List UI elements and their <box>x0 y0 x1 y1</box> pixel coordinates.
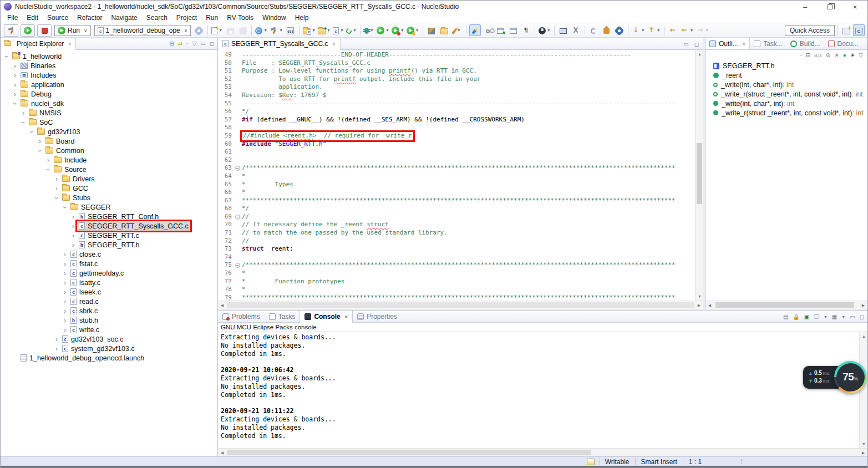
expanded-chevron-icon[interactable]: › <box>44 166 52 174</box>
collapsed-chevron-icon[interactable]: › <box>53 345 60 353</box>
fold-collapse-icon[interactable]: – <box>235 263 240 268</box>
tree-item-gd32vf103[interactable]: ›gd32vf103 <box>1 127 217 136</box>
tree-item-body[interactable]: hstub.h <box>69 316 100 325</box>
tree-item-segger-rtt-c[interactable]: ›cSEGGER_RTT.c <box>1 231 217 240</box>
chevron-down-icon[interactable]: ▼ <box>657 28 661 32</box>
chevron-down-icon[interactable]: ▼ <box>415 28 419 32</box>
close-icon[interactable]: × <box>742 40 745 47</box>
scroll-left-icon[interactable]: ◀ <box>218 301 226 309</box>
collapsed-chevron-icon[interactable]: › <box>61 251 69 258</box>
expanded-chevron-icon[interactable]: › <box>36 147 44 155</box>
editor-vertical-scrollbar[interactable]: ▲ ▼ <box>695 50 703 301</box>
code-line-67[interactable]: 67**************************************… <box>218 197 695 205</box>
maximize-icon[interactable]: ◻ <box>694 41 699 47</box>
tree-item-body[interactable]: hSEGGER_RTT_Conf.h <box>77 212 160 221</box>
new-pack-button[interactable]: ▼ <box>451 24 463 36</box>
tree-item-nmsis[interactable]: ›NMSIS <box>1 108 217 118</box>
code-line-53[interactable]: 53 application. <box>218 83 695 91</box>
editor-horizontal-scrollbar[interactable]: ◀ ▶ <box>218 301 703 309</box>
tree-item-body[interactable]: cSEGGER_RTT.c <box>77 231 141 240</box>
tree-item-body[interactable]: Common <box>44 146 86 155</box>
minimize-icon[interactable]: ▭ <box>683 41 688 47</box>
chevron-down-icon[interactable]: ▼ <box>353 28 357 32</box>
tree-item-body[interactable]: Debug <box>19 89 53 99</box>
scroll-down-icon[interactable]: ▼ <box>696 292 704 301</box>
hide-static-icon[interactable]: ✕ <box>834 52 839 58</box>
chevron-down-icon[interactable]: ▼ <box>340 28 344 32</box>
tree-item-body[interactable]: SEGGER <box>69 202 113 212</box>
code-line-76[interactable]: 76* <box>218 269 695 278</box>
code-line-68[interactable]: 68*/ <box>218 205 695 213</box>
new-c-project-button[interactable]: ▼ <box>302 24 316 36</box>
flash-download-button[interactable]: ▼ <box>255 24 268 36</box>
tree-item-1-helloworld-debug-openocd-launch[interactable]: 1_helloworld_debug_openocd.launch <box>1 353 217 363</box>
last-edit-location-button[interactable]: ← <box>667 24 679 36</box>
tree-item-include[interactable]: ›Include <box>1 155 217 165</box>
memory-percent-ring[interactable]: 75% <box>834 361 866 393</box>
restore-wizard-button[interactable] <box>588 24 600 36</box>
tree-item-body[interactable]: cSEGGER_RTT_Syscalls_GCC.c <box>77 221 190 231</box>
tree-item-body[interactable]: cclose.c <box>69 250 103 259</box>
menu-edit[interactable]: Edit <box>22 13 43 22</box>
code-line-74[interactable]: 74 <box>218 253 695 262</box>
code-line-56[interactable]: 56*/ <box>218 108 695 116</box>
open-folder-button[interactable] <box>439 24 450 36</box>
sort-icon[interactable]: a↓z <box>814 52 822 58</box>
collapsed-chevron-icon[interactable]: › <box>69 213 77 221</box>
show-whitespace-button[interactable]: ¶ <box>520 24 532 36</box>
minimize-window-button[interactable]: – <box>793 1 818 13</box>
binary-utilities-button[interactable]: 010 <box>285 24 296 36</box>
tree-item-nuclei-sdk[interactable]: ›nuclei_sdk <box>1 99 217 108</box>
collapsed-chevron-icon[interactable]: › <box>61 326 69 334</box>
outline-item[interactable]: _write_r(struct _reent*, int, const void… <box>705 89 867 99</box>
tree-item-application[interactable]: ›application <box>1 80 217 89</box>
code-line-54[interactable]: 54Revision: $Rev: 17697 $ <box>218 91 695 100</box>
scrollbar-thumb[interactable] <box>697 143 702 204</box>
code-editor[interactable]: 49---------------------------END-OF-HEAD… <box>218 50 695 301</box>
outline-item[interactable]: _write_r(struct _reent*, int, const void… <box>705 108 867 118</box>
expanded-chevron-icon[interactable]: › <box>28 128 35 136</box>
tree-item-includes[interactable]: ›≡Includes <box>1 70 217 80</box>
chevron-down-icon[interactable]: ▼ <box>641 28 645 32</box>
tree-item-common[interactable]: ›Common <box>1 146 217 155</box>
collapsed-chevron-icon[interactable]: › <box>61 279 69 287</box>
code-line-73[interactable]: 73struct _reent; <box>218 245 695 253</box>
collapsed-chevron-icon[interactable]: › <box>19 109 27 117</box>
profile-button[interactable]: ▼ <box>391 24 405 36</box>
console-horizontal-scrollbar[interactable]: ◀ ▶ <box>218 448 867 456</box>
tree-item-body[interactable]: Drivers <box>60 174 97 184</box>
code-line-75[interactable]: 75–/************************************… <box>218 261 695 269</box>
close-icon[interactable]: × <box>332 40 336 47</box>
code-line-51[interactable]: 51Purpose : Low-level functions for usin… <box>218 67 695 75</box>
code-line-79[interactable]: 79**************************************… <box>218 294 695 301</box>
build-button[interactable] <box>4 24 18 37</box>
toggle-instruction-button[interactable] <box>482 24 494 36</box>
collapsed-chevron-icon[interactable]: › <box>61 260 69 268</box>
previous-annotation-button[interactable]: ↑▼ <box>647 24 661 36</box>
collapsed-chevron-icon[interactable]: › <box>11 90 19 98</box>
collapsed-chevron-icon[interactable]: › <box>11 81 19 89</box>
menu-search[interactable]: Search <box>142 13 172 22</box>
expanded-chevron-icon[interactable]: › <box>53 194 60 202</box>
collapse-all-icon[interactable]: ⊟ <box>806 52 810 58</box>
outline-item[interactable]: _write(int, char*, int) : int <box>705 80 867 89</box>
chevron-down-icon[interactable]: ▼ <box>370 28 374 32</box>
open-perspective-button[interactable] <box>840 24 852 36</box>
tab-build[interactable]: Build... <box>786 38 824 50</box>
tree-item-stub-h[interactable]: ›hstub.h <box>1 316 217 325</box>
hide-fields-icon[interactable]: ⊘ <box>826 52 830 58</box>
code-line-62[interactable]: 62 <box>218 156 695 165</box>
menu-run[interactable]: Run <box>201 13 222 22</box>
fold-collapse-icon[interactable]: – <box>235 166 240 171</box>
scroll-left-icon[interactable]: ◀ <box>705 301 714 309</box>
expanded-chevron-icon[interactable]: › <box>11 100 19 108</box>
tree-item-stubs[interactable]: ›Stubs <box>1 193 217 202</box>
chevron-down-icon[interactable]: ∨ <box>184 28 188 33</box>
tree-item-body[interactable]: Board <box>44 136 76 146</box>
tree-item-body[interactable]: clseek.c <box>69 287 103 297</box>
restore-window-button[interactable] <box>818 1 842 13</box>
open-view-button[interactable] <box>507 24 519 36</box>
open-console-icon[interactable]: ▦ <box>832 314 837 320</box>
new-wizard-button[interactable]: ▼ <box>211 24 223 36</box>
build-targets-button[interactable]: ▼ <box>346 24 357 36</box>
